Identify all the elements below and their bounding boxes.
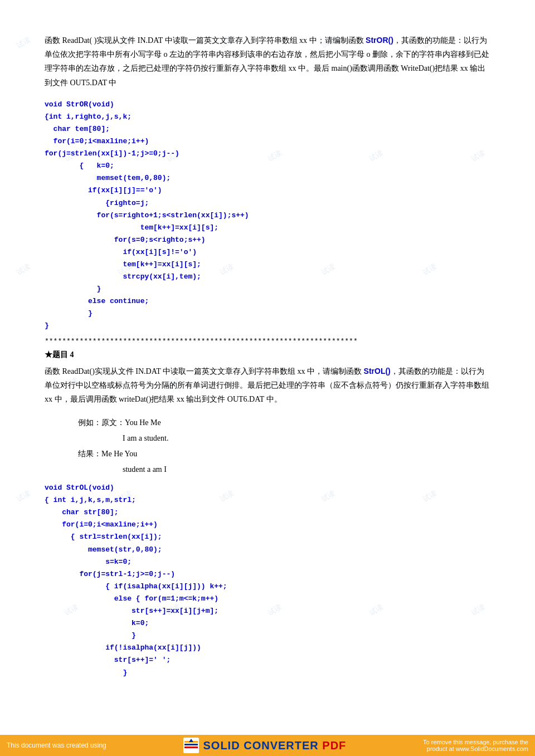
page-content: 函数 ReadDat( )实现从文件 IN.DAT 中读取一篇英文文章存入到字符… [0, 0, 535, 717]
example-block: 例如：原文：You He Me I am a student. 结果：Me He… [78, 415, 490, 477]
footer-bar: This document was created using SOLID CO… [0, 735, 535, 756]
svg-rect-2 [184, 744, 198, 745]
solid-converter-icon [183, 738, 199, 753]
footer-pdf: PDF [322, 739, 346, 752]
paragraph-1: 函数 ReadDat( )实现从文件 IN.DAT 中读取一篇英文文章存入到字符… [45, 33, 490, 90]
footer-converter: CONVERTER [244, 739, 319, 752]
example-original-line2: I am a student. [123, 431, 490, 446]
para4-before: 函数 ReadDat()实现从文件 IN.DAT 中读取一篇英文文章存入到字符串… [45, 367, 364, 375]
divider-line: ****************************************… [45, 337, 490, 345]
footer-logo: SOLID CONVERTER PDF [203, 739, 347, 752]
footer-left-text: This document was created using [7, 742, 106, 749]
example-original-line1: 例如：原文：You He Me [78, 415, 490, 431]
para4-bold: StrOL() [364, 367, 391, 375]
example-result-line2: student a am I [123, 462, 490, 477]
footer-right-text: To remove this message, purchase theprod… [423, 739, 528, 752]
code-block-2: void StrOL(void) { int i,j,k,s,m,strl; c… [45, 482, 490, 679]
footer-solid: SOLID [203, 739, 240, 752]
section-4-title: ★题目 4 [45, 350, 490, 360]
svg-rect-3 [184, 747, 198, 748]
paragraph-4: 函数 ReadDat()实现从文件 IN.DAT 中读取一篇英文文章存入到字符串… [45, 364, 490, 407]
example-result-line1: 结果：Me He You [78, 446, 490, 462]
footer-center: SOLID CONVERTER PDF [183, 738, 347, 753]
para1-bold: StrOR() [366, 36, 393, 45]
para1-before: 函数 ReadDat( )实现从文件 IN.DAT 中读取一篇英文文章存入到字符… [45, 36, 366, 45]
code-block-1: void StrOR(void) {int i,righto,j,s,k; ch… [45, 99, 490, 333]
